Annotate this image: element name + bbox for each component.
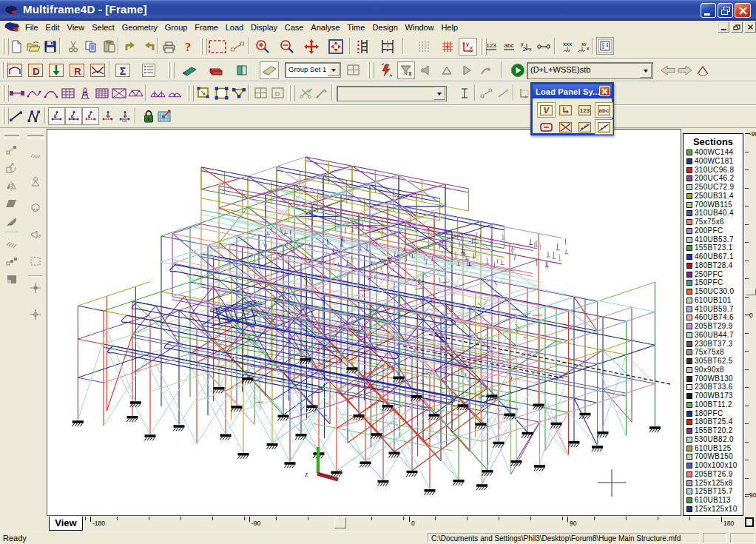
svg-text:x: x: [339, 468, 342, 475]
svg-text:z: z: [304, 469, 308, 478]
svg-text:abc: abc: [599, 107, 610, 114]
svg-text:?: ?: [184, 40, 191, 53]
svg-text:123: 123: [580, 107, 590, 114]
svg-text:x: x: [470, 44, 473, 51]
svg-text:2: 2: [523, 47, 526, 52]
svg-text:Σ: Σ: [120, 65, 126, 77]
svg-text:xxx: xxx: [563, 41, 572, 47]
svg-text:D: D: [274, 90, 280, 98]
svg-text:123: 123: [486, 42, 496, 49]
svg-text:V: V: [544, 106, 550, 115]
svg-text:D: D: [33, 66, 39, 77]
svg-text:x: x: [587, 46, 590, 51]
svg-text:8: 8: [38, 234, 41, 238]
svg-text:abc: abc: [504, 42, 513, 49]
svg-text:R: R: [74, 66, 81, 77]
svg-text:x: x: [529, 47, 532, 52]
svg-text:y: y: [466, 41, 469, 47]
